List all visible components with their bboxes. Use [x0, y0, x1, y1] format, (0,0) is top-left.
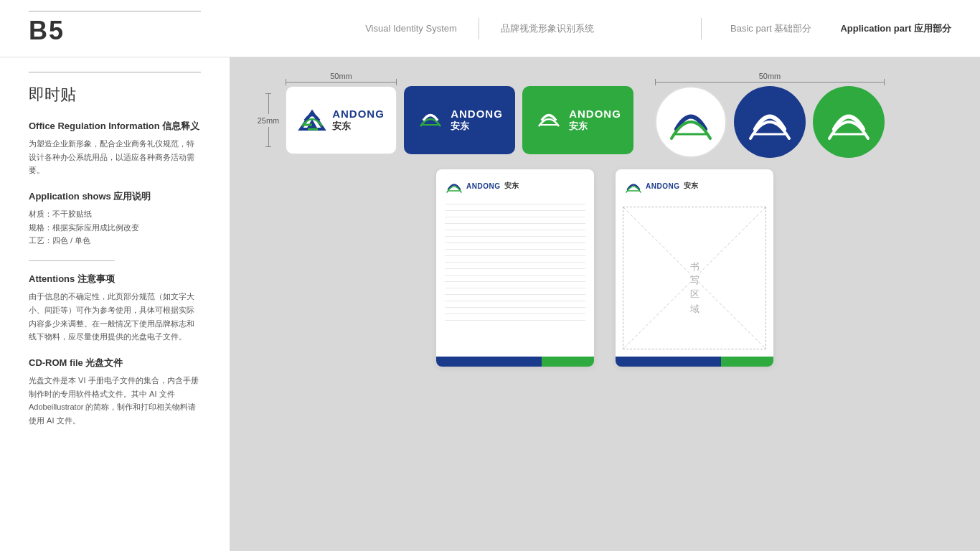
section-cdrom: CD-ROM file 光盘文件 光盘文件是本 VI 手册电子文件的集合，内含手…: [29, 357, 201, 428]
sidebar: 即时贴 Office Regulation Information 信息释义 为…: [0, 57, 230, 551]
sticker-white: ANDONG 安东: [286, 86, 397, 154]
section-attention: Attentions 注意事项 由于信息的不确定性，此页部分规范（如文字大小、间…: [29, 273, 201, 344]
notepad1-logo-en: ANDONG: [466, 182, 500, 190]
section1-body: 为塑造企业新形象，配合企业商务礼仪规范，特设计各种办公系统用品，以适应各种商务活…: [29, 137, 201, 177]
right-divider: [701, 18, 702, 39]
logo-icon-3: [534, 106, 563, 135]
section1-title: Office Regulation Information 信息释义: [29, 120, 201, 133]
section4-body: 光盘文件是本 VI 手册电子文件的集合，内含手册制作时的专用软件格式文件。其中 …: [29, 374, 201, 428]
sticker1-logo-en: ANDONG: [332, 108, 385, 120]
circle-green: [813, 86, 885, 158]
header-right: Basic part 基础部分 Application part 应用部分: [701, 18, 951, 39]
section-application: Application shows 应用说明 材质：不干胶贴纸 规格：根据实际应…: [29, 190, 201, 248]
section2-title: Application shows 应用说明: [29, 190, 201, 203]
notepad1-footer: [436, 357, 594, 367]
sidebar-hr: [29, 260, 115, 261]
writing-area-label: 书 写 区 域: [688, 254, 701, 302]
canvas-inner: 50mm 25m: [251, 72, 958, 537]
sticker-green: ANDONG 安东: [522, 86, 633, 154]
dim-50mm-left: 50mm: [286, 72, 397, 80]
notepad1-logo-icon: [446, 178, 462, 194]
notepad-writing-card: ANDONG 安东 书 写 区 域: [616, 169, 773, 367]
sticker2-logo-cn: 安东: [451, 120, 503, 133]
notepad2-logo-en: ANDONG: [646, 182, 679, 190]
header-center: Visual Identity System 品牌视觉形象识别系统: [258, 18, 701, 39]
section4-title: CD-ROM file 光盘文件: [29, 357, 201, 369]
basic-label: Basic part 基础部分: [730, 22, 811, 35]
sticker3-logo-en: ANDONG: [569, 108, 621, 120]
main-content: 即时贴 Office Regulation Information 信息释义 为…: [0, 57, 980, 551]
sticker2-logo-en: ANDONG: [451, 108, 503, 120]
notepad1-logo-cn: 安东: [504, 181, 519, 191]
section-info: Office Regulation Information 信息释义 为塑造企业…: [29, 120, 201, 177]
notepad2-logo-cn: 安东: [684, 181, 698, 191]
circle-blue: [734, 86, 806, 158]
notepad2-footer: [616, 357, 773, 367]
application-label: Application part 应用部分: [840, 22, 951, 35]
circle-logo-2: [745, 97, 795, 147]
sidebar-subtitle: 即时贴: [29, 84, 201, 105]
header: B5 Visual Identity System 品牌视觉形象识别系统 Bas…: [0, 0, 980, 57]
page-code: B5: [29, 16, 65, 45]
section2-body: 材质：不干胶贴纸 规格：根据实际应用成比例改变 工艺：四色 / 单色: [29, 207, 201, 248]
vi-cn: 品牌视觉形象识别系统: [501, 22, 594, 35]
dim-50mm-right: 50mm: [655, 72, 885, 80]
section3-title: Attentions 注意事项: [29, 273, 201, 286]
canvas-area: 50mm 25m: [230, 57, 980, 551]
circle-white: [655, 86, 727, 158]
sticker3-logo-cn: 安东: [569, 120, 621, 133]
header-left: B5: [29, 11, 258, 46]
circle-logo-3: [824, 97, 874, 147]
circles-row: [655, 86, 885, 158]
circle-logo-1: [666, 97, 716, 147]
notepad-lines-card: ANDONG 安东: [436, 169, 594, 367]
header-divider: [479, 18, 479, 39]
sticker-blue: ANDONG 安东: [404, 86, 515, 154]
header-divider-top: [29, 11, 201, 11]
sidebar-top-divider: [29, 72, 201, 72]
section3-body: 由于信息的不确定性，此页部分规范（如文字大小、间距等）可作为参考使用，具体可根据…: [29, 290, 201, 344]
stickers-row: ANDONG 安东: [286, 86, 633, 154]
logo-icon-1: [298, 106, 326, 135]
notepad2-logo-icon: [626, 178, 641, 194]
notepads-row: ANDONG 安东: [251, 169, 958, 367]
vi-label: Visual Identity System: [365, 23, 457, 34]
logo-icon-2: [416, 106, 445, 135]
vdim-25mm: 25mm: [251, 86, 286, 154]
writing-area: 书 写 区 域: [623, 207, 766, 349]
sticker1-logo-cn: 安东: [332, 120, 385, 133]
